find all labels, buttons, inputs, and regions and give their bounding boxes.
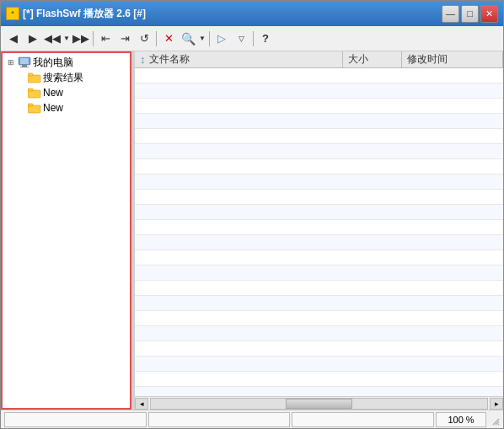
file-row (135, 372, 503, 387)
statusbar-pane-1 (4, 412, 147, 427)
file-row (135, 190, 503, 205)
help-button[interactable]: ? (256, 29, 275, 48)
statusbar-zoom: 100 % (436, 412, 486, 427)
file-row (135, 174, 503, 190)
prev-frame-button[interactable]: ◀◀ (43, 29, 62, 48)
tree-label-root: 我的电脑 (33, 56, 73, 70)
column-label-date: 修改时间 (407, 52, 448, 67)
file-row (135, 114, 503, 129)
stop-button[interactable]: ✕ (159, 29, 178, 48)
expander-search (14, 71, 28, 84)
tree-item-search[interactable]: 搜索结果 (11, 70, 131, 85)
main-window: * [*] FlashSwf 播放器 2.6 [#] — □ ✕ ◀ ▶ ◀◀ … (0, 0, 504, 429)
expander-new2 (14, 101, 28, 115)
folder-search-icon (28, 72, 41, 83)
tree-label-search: 搜索结果 (43, 71, 83, 85)
open-button[interactable]: ▷ (212, 29, 231, 48)
tree-item-new1[interactable]: New (11, 85, 131, 100)
statusbar: 100 % (1, 410, 503, 428)
main-content: ⊞ 我的电脑 (1, 51, 503, 410)
scroll-left-button[interactable]: ◂ (135, 398, 148, 410)
svg-rect-7 (28, 88, 33, 91)
file-row (135, 357, 503, 372)
svg-rect-1 (20, 58, 29, 64)
close-button[interactable]: ✕ (480, 5, 498, 23)
rewind-button[interactable]: ⇤ (96, 29, 115, 48)
svg-rect-3 (20, 67, 29, 67)
search-button[interactable]: 🔍 (179, 29, 197, 48)
sep3 (209, 31, 210, 46)
maximize-button[interactable]: □ (461, 5, 479, 23)
file-row (135, 129, 503, 144)
file-row (135, 250, 503, 265)
file-row (135, 387, 503, 396)
minimize-button[interactable]: — (442, 5, 459, 23)
file-row (135, 220, 503, 235)
column-header-date[interactable]: 修改时间 (402, 51, 503, 67)
loop-button[interactable]: ↺ (135, 29, 153, 48)
svg-rect-8 (28, 105, 40, 113)
open-sub-button[interactable]: ▽ (232, 29, 250, 48)
forward-button[interactable]: ⇥ (115, 29, 134, 48)
statusbar-pane-2 (148, 412, 291, 427)
svg-rect-5 (28, 73, 33, 76)
next-frame-button[interactable]: ▶▶ (72, 29, 90, 48)
file-row (135, 326, 503, 341)
file-row (135, 341, 503, 357)
file-list[interactable] (135, 68, 503, 396)
play-button[interactable]: ▶ (24, 29, 42, 48)
file-row (135, 144, 503, 159)
tree-panel[interactable]: ⊞ 我的电脑 (1, 51, 131, 410)
expander-root[interactable]: ⊞ (4, 56, 18, 69)
search-dropdown-button[interactable]: ▼ (198, 29, 206, 48)
column-label-name: 文件名称 (149, 52, 190, 67)
prev-dropdown-button[interactable]: ▼ (62, 29, 71, 48)
file-row (135, 159, 503, 174)
sep4 (253, 31, 254, 46)
title-bar: * [*] FlashSwf 播放器 2.6 [#] — □ ✕ (1, 1, 503, 26)
window-title: [*] FlashSwf 播放器 2.6 [#] (23, 7, 146, 21)
file-row (135, 235, 503, 250)
svg-rect-9 (28, 104, 33, 106)
tree-item-root[interactable]: ⊞ 我的电脑 (1, 55, 131, 70)
file-panel: ↕ 文件名称 大小 修改时间 (135, 51, 503, 410)
resize-grip[interactable] (488, 414, 500, 426)
column-label-size: 大小 (348, 52, 368, 67)
app-icon: * (6, 7, 19, 20)
svg-rect-4 (28, 75, 40, 83)
file-row (135, 265, 503, 281)
column-header-size[interactable]: 大小 (343, 51, 402, 67)
tree-label-new1: New (43, 87, 63, 99)
folder-new1-icon (28, 87, 41, 99)
file-row (135, 296, 503, 311)
scroll-right-button[interactable]: ▸ (490, 398, 503, 410)
computer-icon (18, 56, 31, 68)
file-row (135, 68, 503, 83)
file-row (135, 99, 503, 114)
toolbar: ◀ ▶ ◀◀ ▼ ▶▶ ⇤ ⇥ ↺ ✕ 🔍 ▼ ▷ ▽ ? (1, 26, 503, 51)
file-header: ↕ 文件名称 大小 修改时间 (135, 51, 503, 68)
statusbar-panes: 100 % (4, 410, 488, 428)
title-bar-left: * [*] FlashSwf 播放器 2.6 [#] (6, 7, 146, 21)
scrollbar-thumb[interactable] (286, 399, 353, 409)
title-buttons: — □ ✕ (442, 5, 498, 23)
svg-rect-6 (28, 90, 40, 98)
svg-line-12 (498, 424, 499, 425)
tree-item-new2[interactable]: New (11, 100, 131, 115)
tree-children: 搜索结果 New (1, 70, 131, 115)
sep2 (156, 31, 157, 46)
file-row (135, 281, 503, 296)
file-row (135, 205, 503, 220)
sort-icon-name: ↕ (140, 53, 146, 66)
tree-label-new2: New (43, 102, 63, 114)
scrollbar-track[interactable] (150, 398, 488, 410)
file-row (135, 311, 503, 326)
horizontal-scrollbar[interactable]: ◂ ▸ (135, 396, 503, 410)
statusbar-pane-3 (292, 412, 434, 427)
folder-new2-icon (28, 102, 41, 114)
sep1 (93, 31, 94, 46)
file-row (135, 83, 503, 99)
column-header-name[interactable]: ↕ 文件名称 (135, 51, 343, 67)
prev-button[interactable]: ◀ (4, 29, 23, 48)
expander-new1 (14, 86, 28, 99)
